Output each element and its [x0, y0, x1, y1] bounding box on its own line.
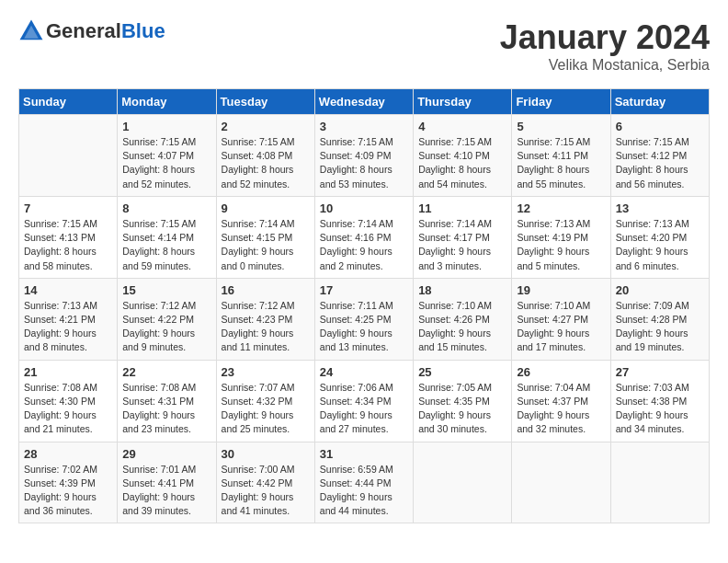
day-number: 22 [122, 365, 210, 379]
day-number: 30 [222, 447, 310, 461]
logo-blue: Blue [121, 19, 165, 42]
weekday-cell: Sunday [19, 89, 118, 115]
calendar-day-cell: 22Sunrise: 7:08 AMSunset: 4:31 PMDayligh… [118, 360, 216, 442]
day-number: 25 [418, 365, 506, 379]
day-number: 8 [122, 201, 210, 215]
logo: GeneralBlue [18, 18, 165, 44]
weekday-cell: Wednesday [314, 89, 413, 115]
day-info: Sunrise: 7:13 AMSunset: 4:19 PMDaylight:… [517, 217, 605, 273]
day-info: Sunrise: 7:08 AMSunset: 4:30 PMDaylight:… [24, 381, 112, 437]
day-number: 23 [222, 365, 310, 379]
day-info: Sunrise: 7:14 AMSunset: 4:17 PMDaylight:… [418, 217, 506, 273]
calendar-day-cell: 9Sunrise: 7:14 AMSunset: 4:15 PMDaylight… [216, 196, 314, 278]
logo-general: General [46, 19, 121, 42]
weekday-cell: Thursday [414, 89, 512, 115]
calendar-day-cell: 16Sunrise: 7:12 AMSunset: 4:23 PMDayligh… [216, 278, 314, 360]
day-number: 24 [320, 365, 408, 379]
calendar-week-row: 14Sunrise: 7:13 AMSunset: 4:21 PMDayligh… [19, 278, 710, 360]
calendar-day-cell: 13Sunrise: 7:13 AMSunset: 4:20 PMDayligh… [610, 196, 709, 278]
day-info: Sunrise: 7:15 AMSunset: 4:07 PMDaylight:… [122, 135, 210, 191]
day-number: 4 [418, 120, 506, 133]
calendar-day-cell: 20Sunrise: 7:09 AMSunset: 4:28 PMDayligh… [610, 278, 709, 360]
calendar-day-cell: 19Sunrise: 7:10 AMSunset: 4:27 PMDayligh… [512, 278, 610, 360]
day-info: Sunrise: 7:06 AMSunset: 4:34 PMDaylight:… [320, 381, 408, 437]
title-block: January 2024 Velika Mostanica, Serbia [500, 18, 710, 74]
calendar-week-row: 21Sunrise: 7:08 AMSunset: 4:30 PMDayligh… [19, 360, 710, 442]
day-number: 12 [517, 201, 605, 215]
day-info: Sunrise: 7:14 AMSunset: 4:15 PMDaylight:… [222, 217, 310, 273]
day-info: Sunrise: 7:10 AMSunset: 4:26 PMDaylight:… [418, 299, 506, 355]
day-number: 16 [222, 283, 310, 297]
calendar-body: 1Sunrise: 7:15 AMSunset: 4:07 PMDaylight… [19, 115, 710, 523]
day-number: 2 [222, 120, 310, 133]
day-info: Sunrise: 7:01 AMSunset: 4:41 PMDaylight:… [122, 463, 210, 519]
calendar-day-cell: 8Sunrise: 7:15 AMSunset: 4:14 PMDaylight… [118, 196, 216, 278]
day-number: 6 [616, 120, 704, 133]
day-number: 20 [616, 283, 704, 297]
day-info: Sunrise: 7:07 AMSunset: 4:32 PMDaylight:… [222, 381, 310, 437]
calendar-day-cell: 12Sunrise: 7:13 AMSunset: 4:19 PMDayligh… [512, 196, 610, 278]
day-number: 17 [320, 283, 408, 297]
day-info: Sunrise: 7:10 AMSunset: 4:27 PMDaylight:… [517, 299, 605, 355]
day-number: 21 [24, 365, 112, 379]
day-info: Sunrise: 7:15 AMSunset: 4:08 PMDaylight:… [222, 135, 310, 191]
day-number: 3 [320, 120, 408, 133]
day-number: 5 [517, 120, 605, 133]
day-number: 18 [418, 283, 506, 297]
calendar-day-cell: 21Sunrise: 7:08 AMSunset: 4:30 PMDayligh… [19, 360, 118, 442]
weekday-header-row: SundayMondayTuesdayWednesdayThursdayFrid… [19, 89, 710, 115]
day-info: Sunrise: 7:02 AMSunset: 4:39 PMDaylight:… [24, 463, 112, 519]
day-info: Sunrise: 7:12 AMSunset: 4:22 PMDaylight:… [122, 299, 210, 355]
logo-icon [18, 18, 44, 44]
day-number: 13 [616, 201, 704, 215]
calendar-day-cell: 2Sunrise: 7:15 AMSunset: 4:08 PMDaylight… [216, 115, 314, 197]
month-title: January 2024 [500, 18, 710, 57]
calendar-day-cell: 28Sunrise: 7:02 AMSunset: 4:39 PMDayligh… [19, 442, 118, 523]
day-number: 26 [517, 365, 605, 379]
location-title: Velika Mostanica, Serbia [500, 57, 710, 74]
day-info: Sunrise: 7:09 AMSunset: 4:28 PMDaylight:… [616, 299, 704, 355]
calendar-day-cell: 26Sunrise: 7:04 AMSunset: 4:37 PMDayligh… [512, 360, 610, 442]
day-info: Sunrise: 7:03 AMSunset: 4:38 PMDaylight:… [616, 381, 704, 437]
day-info: Sunrise: 7:08 AMSunset: 4:31 PMDaylight:… [122, 381, 210, 437]
calendar-day-cell: 25Sunrise: 7:05 AMSunset: 4:35 PMDayligh… [414, 360, 512, 442]
calendar-week-row: 28Sunrise: 7:02 AMSunset: 4:39 PMDayligh… [19, 442, 710, 523]
day-number: 31 [320, 447, 408, 461]
calendar-day-cell [610, 442, 709, 523]
day-number: 28 [24, 447, 112, 461]
calendar-day-cell: 29Sunrise: 7:01 AMSunset: 4:41 PMDayligh… [118, 442, 216, 523]
calendar-day-cell: 1Sunrise: 7:15 AMSunset: 4:07 PMDaylight… [118, 115, 216, 197]
calendar-day-cell: 18Sunrise: 7:10 AMSunset: 4:26 PMDayligh… [414, 278, 512, 360]
weekday-cell: Saturday [610, 89, 709, 115]
calendar-day-cell: 31Sunrise: 6:59 AMSunset: 4:44 PMDayligh… [314, 442, 413, 523]
page-header: GeneralBlue January 2024 Velika Mostanic… [18, 18, 710, 74]
day-info: Sunrise: 7:00 AMSunset: 4:42 PMDaylight:… [222, 463, 310, 519]
calendar-week-row: 7Sunrise: 7:15 AMSunset: 4:13 PMDaylight… [19, 196, 710, 278]
calendar-day-cell: 10Sunrise: 7:14 AMSunset: 4:16 PMDayligh… [314, 196, 413, 278]
calendar-day-cell: 24Sunrise: 7:06 AMSunset: 4:34 PMDayligh… [314, 360, 413, 442]
day-number: 1 [122, 120, 210, 133]
calendar-day-cell [19, 115, 118, 197]
day-info: Sunrise: 7:15 AMSunset: 4:09 PMDaylight:… [320, 135, 408, 191]
day-info: Sunrise: 7:15 AMSunset: 4:12 PMDaylight:… [616, 135, 704, 191]
calendar-day-cell: 3Sunrise: 7:15 AMSunset: 4:09 PMDaylight… [314, 115, 413, 197]
day-info: Sunrise: 7:12 AMSunset: 4:23 PMDaylight:… [222, 299, 310, 355]
day-info: Sunrise: 7:15 AMSunset: 4:10 PMDaylight:… [418, 135, 506, 191]
calendar-week-row: 1Sunrise: 7:15 AMSunset: 4:07 PMDaylight… [19, 115, 710, 197]
day-number: 19 [517, 283, 605, 297]
calendar-day-cell: 17Sunrise: 7:11 AMSunset: 4:25 PMDayligh… [314, 278, 413, 360]
day-info: Sunrise: 7:13 AMSunset: 4:20 PMDaylight:… [616, 217, 704, 273]
day-info: Sunrise: 7:14 AMSunset: 4:16 PMDaylight:… [320, 217, 408, 273]
calendar-day-cell: 4Sunrise: 7:15 AMSunset: 4:10 PMDaylight… [414, 115, 512, 197]
day-info: Sunrise: 6:59 AMSunset: 4:44 PMDaylight:… [320, 463, 408, 519]
calendar-table: SundayMondayTuesdayWednesdayThursdayFrid… [18, 88, 710, 523]
day-info: Sunrise: 7:05 AMSunset: 4:35 PMDaylight:… [418, 381, 506, 437]
day-number: 27 [616, 365, 704, 379]
calendar-day-cell: 14Sunrise: 7:13 AMSunset: 4:21 PMDayligh… [19, 278, 118, 360]
calendar-day-cell: 27Sunrise: 7:03 AMSunset: 4:38 PMDayligh… [610, 360, 709, 442]
day-info: Sunrise: 7:11 AMSunset: 4:25 PMDaylight:… [320, 299, 408, 355]
weekday-cell: Monday [118, 89, 216, 115]
day-number: 9 [222, 201, 310, 215]
calendar-day-cell: 6Sunrise: 7:15 AMSunset: 4:12 PMDaylight… [610, 115, 709, 197]
calendar-day-cell: 11Sunrise: 7:14 AMSunset: 4:17 PMDayligh… [414, 196, 512, 278]
